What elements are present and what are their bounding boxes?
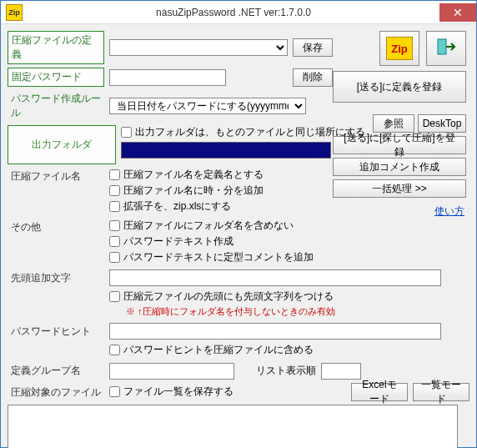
chk-savelist[interactable] <box>109 386 120 397</box>
window-title: nasuZipPassword .NET ver:1.7.0.0 <box>28 7 439 18</box>
chk-time-label: 圧縮ファイル名に時・分を追加 <box>123 184 264 198</box>
label-rule: パスワード作成ルール <box>8 90 104 122</box>
app-window: Zip nasuZipPassword .NET ver:1.7.0.0 ✕ Z… <box>0 0 477 448</box>
chk-nofolder-label: 圧縮ファイルにフォルダ名を含めない <box>123 219 294 233</box>
chk-pwtext[interactable] <box>109 236 120 247</box>
chk-pwcomment-label: パスワードテキストに定型コメントを追加 <box>123 250 314 264</box>
batch-button[interactable]: 一括処理 >> <box>333 179 466 198</box>
add-comment-button[interactable]: 追加コメント作成 <box>333 158 466 176</box>
label-listorder: リスト表示順 <box>256 364 316 378</box>
chk-savelist-label: ファイル一覧を保存する <box>123 385 233 399</box>
list-mode-button[interactable]: 一覧モード <box>413 383 469 401</box>
delete-button[interactable]: 削除 <box>293 68 333 87</box>
output-folder-button[interactable]: 出力フォルダ <box>8 125 116 164</box>
search-register-button[interactable]: [送る]に[探して圧縮]を登録 <box>333 136 466 154</box>
chk-hint-label: パスワードヒントを圧縮ファイルに含める <box>123 343 314 357</box>
chk-ext[interactable] <box>109 201 120 212</box>
chk-srcprefix[interactable] <box>109 291 120 302</box>
output-path-display[interactable] <box>121 142 331 159</box>
label-hint: パスワードヒント <box>8 323 104 340</box>
zip-icon: Zip <box>386 37 413 60</box>
prefix-input[interactable] <box>109 269 441 286</box>
label-fixedpw: 固定パスワード <box>8 68 104 87</box>
chk-pwtext-label: パスワードテキスト作成 <box>123 234 233 249</box>
label-definition: 圧縮ファイルの定義 <box>8 31 104 64</box>
chk-pwcomment[interactable] <box>109 252 120 263</box>
content-area: Zip 圧縮ファイルの定義 保存 固定パスワード 削除 パスワード作成ルール <box>1 24 476 448</box>
chk-nofolder[interactable] <box>109 220 120 231</box>
label-prefix: 先頭追加文字 <box>8 269 104 287</box>
rule-select[interactable]: 当日日付をパスワードにする(yyyymmdd) <box>109 98 306 114</box>
label-target: 圧縮対象のファイル <box>8 384 104 401</box>
definition-select[interactable] <box>109 39 288 56</box>
howto-link[interactable]: 使い方 <box>434 205 464 217</box>
exit-icon <box>434 35 458 63</box>
label-other: その他 <box>8 219 104 236</box>
label-zipname: 圧縮ファイル名 <box>8 168 104 185</box>
chk-outsame-label: 出力フォルダは、もとのファイルと同じ場所にする <box>135 125 365 139</box>
exit-button[interactable] <box>426 31 466 66</box>
app-icon: Zip <box>6 4 23 21</box>
chk-defname-label: 圧縮ファイル名を定義名とする <box>123 168 264 182</box>
save-button[interactable]: 保存 <box>293 38 333 57</box>
hint-input[interactable] <box>109 323 441 340</box>
chk-hint[interactable] <box>109 345 120 355</box>
titlebar: Zip nasuZipPassword .NET ver:1.7.0.0 ✕ <box>1 1 476 24</box>
label-group: 定義グループ名 <box>8 362 104 380</box>
excel-mode-button[interactable]: Excelモード <box>351 383 408 401</box>
browse-button[interactable]: 参照 <box>373 114 414 133</box>
fixedpw-input[interactable] <box>109 69 226 86</box>
prefix-note: ※ ↑圧縮時にフォルダ名を付与しないときのみ有効 <box>126 305 443 318</box>
zip-action-button[interactable]: Zip <box>379 31 419 66</box>
chk-time[interactable] <box>109 185 120 196</box>
file-list[interactable] <box>8 405 458 448</box>
svg-rect-0 <box>438 39 446 54</box>
chk-outsame[interactable] <box>121 127 132 138</box>
listorder-input[interactable] <box>321 363 361 380</box>
chk-ext-label: 拡張子を、zip.xlsにする <box>123 199 231 214</box>
desktop-button[interactable]: DeskTop <box>418 114 466 133</box>
group-input[interactable] <box>109 363 234 380</box>
chk-srcprefix-label: 圧縮元ファイルの先頭にも先頭文字列をつける <box>123 289 334 304</box>
close-button[interactable]: ✕ <box>439 3 476 22</box>
chk-defname[interactable] <box>109 169 120 180</box>
register-sendto-button[interactable]: [送る]に定義を登録 <box>333 71 466 103</box>
